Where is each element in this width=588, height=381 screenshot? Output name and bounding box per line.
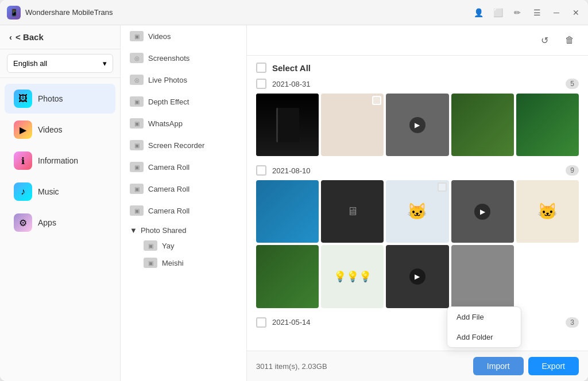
photo-shared-label: Photo Shared [141, 226, 187, 235]
photo-thumb[interactable] [516, 94, 579, 156]
apps-icon: ⚙ [14, 213, 32, 232]
center-item-screenshots-label: Screenshots [148, 54, 189, 63]
center-item-depth-effect-label: Depth Effect [148, 98, 189, 106]
photo-thumb[interactable] [256, 245, 319, 308]
sidebar-item-videos[interactable]: ▶ Videos [5, 115, 115, 145]
center-item-live-photos[interactable]: ◎ Live Photos [121, 69, 246, 91]
undo-button[interactable]: ↺ [535, 31, 554, 49]
photo-thumb[interactable]: 🐱 [516, 180, 579, 243]
trash-button[interactable]: 🗑 [560, 31, 579, 49]
main-window: 📱 Wondershare MobileTrans 👤 ⬜ ✏ ☰ ─ ✕ ‹ … [0, 0, 588, 381]
header-actions: ↺ 🗑 [535, 31, 579, 49]
date-section-1: 2021-08-31 5 ▶ [256, 79, 579, 156]
date-row-1: 2021-08-31 5 [256, 79, 579, 89]
date-row-2: 2021-08-10 9 [256, 165, 579, 176]
center-item-camera-roll-3[interactable]: ▣ Camera Roll [121, 200, 246, 221]
sidebar-item-photos[interactable]: 🖼 Photos [5, 84, 115, 114]
photo-thumb[interactable]: ▶ [451, 180, 514, 243]
camera-roll-1-icon: ▣ [130, 162, 144, 172]
square-icon[interactable]: ⬜ [493, 7, 503, 18]
person-icon[interactable]: 👤 [473, 7, 483, 18]
screen-recorder-icon: ▣ [130, 140, 144, 150]
center-item-depth-effect[interactable]: ▣ Depth Effect [121, 91, 246, 112]
camera-roll-2-icon: ▣ [130, 184, 144, 194]
yay-label: Yay [162, 242, 174, 250]
photo-thumb[interactable]: 🐱 [386, 180, 448, 243]
edit-icon[interactable]: ✏ [512, 7, 523, 18]
export-button[interactable]: Export [528, 357, 579, 375]
photo-shared-sub-items: ▣ Yay ▣ Meishi [130, 237, 237, 271]
center-item-screen-recorder[interactable]: ▣ Screen Recorder [121, 134, 246, 156]
sidebar-item-music[interactable]: ♪ Music [5, 177, 115, 207]
right-header: ↺ 🗑 [247, 25, 588, 56]
sidebar-item-apps[interactable]: ⚙ Apps [5, 208, 115, 238]
select-all-label: Select All [272, 63, 311, 73]
app-title: Wondershare MobileTrans [25, 8, 473, 17]
date-2-checkbox[interactable] [256, 165, 266, 176]
play-icon: ▶ [474, 204, 490, 220]
back-arrow-icon: ‹ [9, 32, 12, 42]
center-item-videos[interactable]: ▣ Videos [121, 25, 246, 47]
back-button[interactable]: ‹ < Back [0, 25, 120, 49]
add-folder-item[interactable]: Add Folder [447, 327, 521, 347]
select-all-row: Select All [256, 63, 579, 73]
center-item-camera-roll-2[interactable]: ▣ Camera Roll [121, 178, 246, 200]
date-section-3: 2021-05-14 3 [256, 317, 579, 328]
photo-shared-yay[interactable]: ▣ Yay [139, 237, 237, 254]
date-1-checkbox[interactable] [256, 79, 266, 89]
minimize-button[interactable]: ─ [551, 7, 562, 18]
bottom-info: 3011 item(s), 2.03GB [256, 362, 327, 371]
back-label: < Back [16, 32, 44, 42]
center-item-screen-recorder-label: Screen Recorder [148, 141, 204, 150]
sidebar: ‹ < Back English all ▾ 🖼 Photos ▶ Videos [0, 25, 121, 381]
photo-grid-2: 🖥 🐱 ▶ 🐱 � [256, 180, 579, 308]
sidebar-item-music-label: Music [38, 187, 59, 196]
date-2-count: 9 [566, 165, 579, 176]
center-item-whatsapp-label: WhatsApp [148, 119, 183, 128]
bottom-actions: Add File Add Folder Import Export [473, 357, 579, 375]
whatsapp-icon: ▣ [130, 118, 144, 129]
photo-checkbox[interactable] [372, 96, 381, 105]
photo-thumb[interactable]: 🖥 [321, 180, 384, 243]
add-file-item[interactable]: Add File [447, 307, 521, 327]
camera-roll-3-icon: ▣ [130, 205, 144, 216]
import-button[interactable]: Import [473, 357, 524, 375]
sidebar-item-information-label: Information [38, 156, 78, 165]
device-dropdown[interactable]: English all ▾ [7, 54, 113, 73]
date-3-count: 3 [566, 317, 579, 328]
photo-shared-header[interactable]: ▼ Photo Shared [130, 226, 237, 235]
sidebar-item-apps-label: Apps [38, 218, 56, 227]
date-3-checkbox[interactable] [256, 317, 266, 328]
window-controls: 👤 ⬜ ✏ ☰ ─ ✕ [473, 7, 581, 18]
photo-shared-section: ▼ Photo Shared ▣ Yay ▣ Meishi [121, 221, 246, 276]
depth-effect-icon: ▣ [130, 96, 144, 107]
yay-icon: ▣ [144, 240, 157, 251]
sidebar-item-information[interactable]: ℹ Information [5, 146, 115, 176]
photo-shared-meishi[interactable]: ▣ Meishi [139, 254, 237, 271]
photo-thumb[interactable] [321, 94, 384, 156]
photo-thumb[interactable]: ▶ [386, 245, 448, 308]
dropdown-menu: Add File Add Folder [447, 306, 521, 348]
photo-thumb[interactable] [451, 94, 514, 156]
sidebar-item-videos-label: Videos [38, 125, 63, 134]
titlebar: 📱 Wondershare MobileTrans 👤 ⬜ ✏ ☰ ─ ✕ [0, 0, 588, 25]
videos-icon: ▶ [14, 120, 32, 139]
center-item-camera-roll-1[interactable]: ▣ Camera Roll [121, 156, 246, 178]
photo-grid-1: ▶ [256, 94, 579, 156]
photo-thumb[interactable] [256, 180, 319, 243]
date-1-count: 5 [566, 79, 579, 89]
select-all-checkbox[interactable] [256, 63, 266, 73]
date-1-label: 2021-08-31 [272, 80, 560, 88]
close-button[interactable]: ✕ [571, 7, 581, 18]
device-label: English all [13, 59, 47, 68]
photo-thumb[interactable] [451, 245, 514, 308]
photo-thumb[interactable] [256, 94, 319, 156]
bottom-bar: 3011 item(s), 2.03GB Add File Add Folder… [247, 351, 588, 381]
center-item-whatsapp[interactable]: ▣ WhatsApp [121, 112, 246, 134]
photo-thumb[interactable]: 💡💡💡 [321, 245, 384, 308]
photo-thumb[interactable]: ▶ [386, 94, 448, 156]
menu-icon[interactable]: ☰ [532, 7, 542, 18]
screenshots-icon: ◎ [130, 53, 144, 63]
center-item-screenshots[interactable]: ◎ Screenshots [121, 47, 246, 69]
right-panel: ↺ 🗑 Select All 2021-08-31 5 [247, 25, 588, 381]
